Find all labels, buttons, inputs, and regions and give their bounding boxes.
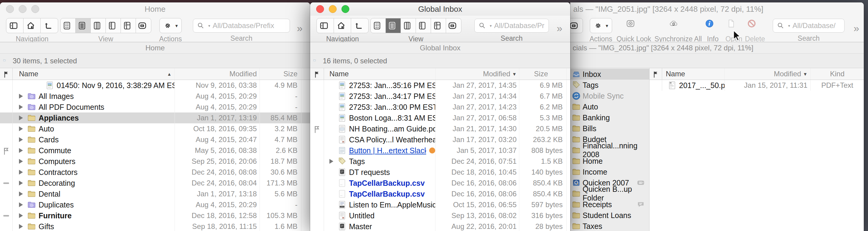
disclosure-triangle-icon[interactable] — [19, 170, 27, 175]
delete-button[interactable] — [747, 18, 763, 33]
table-row[interactable]: NH Boating...am Guide.pdfJan 21, 2017, 1… — [310, 123, 570, 134]
split-view-button[interactable] — [106, 19, 121, 33]
table-row[interactable]: GiftsSep 18, 2016, 11:151.6 MB — [0, 221, 310, 231]
disclosure-triangle-icon[interactable] — [19, 126, 27, 131]
go-home-button[interactable] — [334, 19, 351, 33]
search-input[interactable]: ▾ All/Database/Prefix — [193, 19, 290, 33]
sidebar-item-receipts[interactable]: Receipts — [570, 199, 649, 210]
toggle-sidebar-button[interactable] — [6, 19, 24, 33]
size-column-header[interactable]: Size — [519, 68, 567, 80]
disclosure-triangle-icon[interactable] — [19, 192, 27, 196]
table-row[interactable]: MasterAug 22, 2016, 20:0128 bytes — [310, 221, 570, 231]
sidebar-item-mobile-sync[interactable]: Mobile Sync — [570, 90, 649, 101]
table-row[interactable]: Button | H...ertext SlackJan 5, 2017, 10… — [310, 145, 570, 156]
column-view-button[interactable] — [91, 19, 106, 33]
sidebar-item-tags[interactable]: Tags — [570, 80, 649, 90]
icon-view-button[interactable] — [371, 19, 386, 33]
zoom-button[interactable] — [341, 5, 349, 13]
flag-column-header[interactable] — [0, 68, 13, 80]
table-row[interactable]: Boston Loga...8:31 AM ESTJan 27, 2017, 0… — [310, 113, 570, 123]
table-row[interactable]: All PDF DocumentsAug 4, 2015, 20:29- — [0, 102, 310, 113]
table-row[interactable]: DuplicatesAug 4, 2015, 20:29- — [0, 199, 310, 210]
info-button[interactable] — [705, 18, 721, 33]
kind-column-header[interactable]: Kind — [811, 68, 864, 80]
titlebar-financials[interactable]: als — "IMG_2051.jpg" [3264 x 2448 pixel,… — [570, 2, 864, 16]
table-row[interactable]: CardsAug 4, 2015, 20:474.7 MB — [0, 134, 310, 145]
disclosure-triangle-icon[interactable] — [19, 137, 27, 142]
flag-column-header[interactable] — [310, 68, 324, 80]
sidebar-item-bills[interactable]: Bills — [570, 123, 649, 134]
table-row[interactable]: AppliancesJan 1, 2017, 13:1985.4 MB — [0, 113, 310, 123]
table-row[interactable]: DecoratingDec 24, 2016, 08:04171.3 MB — [0, 178, 310, 189]
table-row[interactable]: All ImagesAug 4, 2015, 20:29- — [0, 91, 310, 102]
table-row[interactable]: AutoOct 18, 2016, 09:353.2 MB — [0, 123, 310, 134]
table-row[interactable]: TapCellarBackup.csvDec 16, 2016, 08:0685… — [310, 189, 570, 199]
sidebar-item-income[interactable]: Income — [570, 167, 649, 177]
list-view-button[interactable] — [386, 19, 401, 33]
disclosure-triangle-icon[interactable] — [19, 181, 27, 185]
list-view-button[interactable] — [76, 19, 91, 33]
name-column-header[interactable]: Name — [324, 68, 435, 80]
table-row[interactable]: FurnitureDec 18, 2016, 12:58105.3 MB — [0, 210, 310, 221]
disclosure-triangle-icon[interactable] — [19, 94, 27, 98]
search-input[interactable]: ▾ All/Database/Pr — [474, 19, 549, 33]
tag-view-button[interactable] — [446, 19, 461, 33]
column-view-button[interactable] — [401, 19, 416, 33]
quick-look-button[interactable] — [622, 18, 646, 33]
modified-column-header[interactable]: Modified▼ — [725, 68, 811, 80]
synchronize-all-button[interactable] — [669, 18, 687, 33]
disclosure-triangle-icon[interactable] — [19, 202, 27, 207]
titlebar-home[interactable]: Home — [0, 2, 310, 16]
table-row[interactable]: 27253: Jan...34:17 PM ESTJan 27, 2017, 1… — [310, 91, 570, 102]
table-row[interactable]: TapCellarBackup.csvDec 16, 2016, 08:0685… — [310, 178, 570, 189]
table-row[interactable]: ContractorsDec 24, 2016, 08:0830.6 MB — [0, 167, 310, 178]
table-row[interactable]: UntitledSep 13, 2016, 08:02316 bytes — [310, 210, 570, 221]
toolbar-overflow-button[interactable]: » — [557, 22, 561, 34]
disclosure-triangle-icon[interactable] — [19, 224, 27, 229]
sidebar-item-home[interactable]: Home — [570, 155, 649, 167]
disclosure-triangle-icon[interactable] — [330, 159, 338, 164]
go-home-button[interactable] — [24, 19, 41, 33]
table-row[interactable]: DentalJan 1, 2017, 13:185.6 MB — [0, 189, 310, 199]
close-button[interactable] — [316, 5, 324, 13]
sidebar-item-banking[interactable]: Banking — [570, 112, 649, 123]
disclosure-triangle-icon[interactable] — [19, 159, 27, 164]
widescreen-view-button[interactable] — [431, 19, 446, 33]
widescreen-view-button[interactable] — [121, 19, 136, 33]
table-row[interactable]: ComputersSep 25, 2016, 20:0618.7 MB — [0, 156, 310, 167]
size-column-header[interactable]: Size — [260, 68, 301, 80]
icon-view-button[interactable] — [61, 19, 76, 33]
modified-column-header[interactable]: Modified▼ — [435, 68, 519, 80]
toolbar-overflow-button[interactable]: » — [854, 22, 858, 34]
table-row[interactable]: DT requestsDec 18, 2016, 10:45140 bytes — [310, 167, 570, 178]
actions-button[interactable]: ▾ — [159, 18, 182, 33]
disclosure-triangle-icon[interactable] — [19, 105, 27, 110]
table-row[interactable]: CSA Policy...l WeatherheadJan 17, 2017, … — [310, 134, 570, 145]
toolbar-overflow-button[interactable]: » — [297, 22, 301, 34]
sidebar-item-financial-nning-2008[interactable]: Financial...nning 2008 — [570, 145, 649, 155]
go-up-button[interactable] — [41, 19, 58, 33]
table-row[interactable]: TagsDec 24, 2016, 07:511.5 KB — [310, 156, 570, 167]
table-row[interactable]: CommuteMay 5, 2016, 08:382.6 KB — [0, 145, 310, 156]
toggle-sidebar-button[interactable] — [317, 19, 334, 33]
sidebar-item-quicken-b-up-folder[interactable]: Quicken B...up Folder — [570, 188, 649, 199]
actions-button[interactable]: ▾ — [590, 18, 612, 33]
minimize-button[interactable] — [329, 5, 337, 13]
name-column-header[interactable]: Name — [662, 68, 725, 80]
tag-view-button[interactable] — [570, 19, 583, 33]
tag-view-button[interactable] — [136, 19, 151, 33]
disclosure-triangle-icon[interactable] — [19, 148, 27, 153]
table-row[interactable]: Listen to Em...AppleMusicOct 15, 2016, 0… — [310, 199, 570, 210]
table-row[interactable]: 2017_..._50.pdfJan 15, 2017, 11:31PDF+Te… — [650, 80, 864, 91]
disclosure-triangle-icon[interactable] — [19, 213, 27, 218]
disclosure-triangle-icon[interactable] — [19, 115, 27, 120]
flag-column-header[interactable] — [650, 68, 662, 80]
titlebar-global-inbox[interactable]: Global Inbox — [310, 2, 570, 16]
close-button[interactable] — [6, 5, 14, 13]
table-row[interactable]: 27253: Jan...35:16 PM ESTJan 27, 2017, 1… — [310, 80, 570, 91]
zoom-button[interactable] — [31, 5, 39, 13]
sidebar-item-taxes[interactable]: Taxes — [570, 221, 649, 231]
table-row[interactable]: 01450: Nov 9, 2016, 3:38:29 AM ESTNov 9,… — [0, 80, 310, 91]
sidebar-item-inbox[interactable]: Inbox — [570, 69, 649, 80]
split-view-button[interactable] — [416, 19, 431, 33]
